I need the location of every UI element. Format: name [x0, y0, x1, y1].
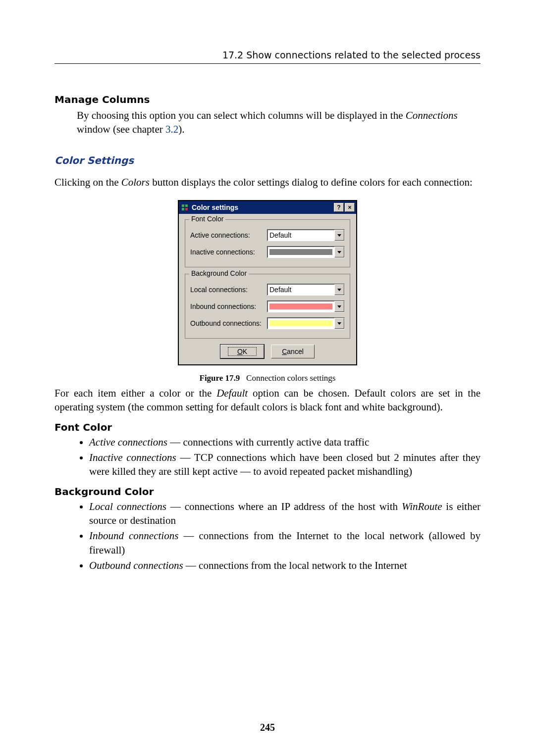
page-number: 245 [0, 722, 535, 733]
heading-manage-columns: Manage Columns [54, 94, 481, 105]
heading-font-color: Font Color [54, 421, 481, 433]
text: For each item either a color or the [54, 387, 216, 399]
running-header: 17.2 Show connections related to the sel… [54, 50, 481, 64]
combo-value [268, 318, 334, 329]
color-settings-intro: Clicking on the Colors button displays t… [54, 175, 481, 189]
ok-button[interactable]: OK [220, 345, 264, 358]
text-em: Connections [406, 109, 458, 121]
row-inbound-connections: Inbound connections: [190, 301, 345, 312]
list-item: Outbound connections — connections from … [89, 558, 481, 572]
heading-background-color: Background Color [54, 486, 481, 498]
label-inbound-connections: Inbound connections: [190, 302, 267, 310]
row-local-connections: Local connections: Default [190, 284, 345, 296]
color-settings-dialog: Color settings ? × Font Color Active con… [178, 200, 357, 365]
background-color-list: Local connections — connections where an… [79, 500, 481, 573]
text-em: Outbound connections [89, 559, 183, 571]
svg-rect-3 [185, 208, 188, 210]
combo-value [268, 301, 334, 312]
cancel-button[interactable]: Cancel [271, 345, 315, 358]
groupbox-font-color: Font Color Active connections: Default I… [185, 219, 350, 267]
figure-caption: Figure 17.9 Connection colors settings [200, 373, 336, 383]
text: button displays the color settings dialo… [150, 176, 473, 188]
text: — connections with currently active data… [167, 436, 369, 448]
text: window (see chapter [77, 123, 165, 135]
groupbox-background-color: Background Color Local connections: Defa… [185, 273, 350, 339]
titlebar[interactable]: Color settings ? × [179, 201, 356, 214]
text: — connections from the local network to … [183, 559, 407, 571]
figure-caption-text: Connection colors settings [246, 373, 335, 383]
svg-rect-2 [182, 208, 184, 210]
svg-rect-0 [182, 204, 184, 207]
row-inactive-connections: Inactive connections: [190, 246, 345, 258]
dialog-body: Font Color Active connections: Default I… [179, 214, 356, 364]
explain-paragraph: For each item either a color or the Defa… [54, 386, 481, 414]
chevron-down-icon[interactable] [334, 318, 344, 329]
label-outbound-connections: Outbound connections: [190, 319, 267, 327]
list-item: Inbound connections — connections from t… [89, 529, 481, 557]
svg-rect-1 [185, 204, 188, 207]
row-active-connections: Active connections: Default [190, 229, 345, 241]
combo-inbound-connections[interactable] [267, 301, 345, 312]
list-item: Local connections — connections where an… [89, 500, 481, 528]
text: — connections where an IP address of the… [166, 501, 402, 512]
text: By choosing this option you can select w… [77, 109, 406, 121]
combo-value: Default [268, 284, 334, 295]
font-color-list: Active connections — connections with cu… [79, 435, 481, 479]
groupbox-legend: Font Color [189, 215, 225, 223]
combo-active-connections[interactable]: Default [267, 229, 345, 241]
app-icon [181, 203, 189, 211]
mnemonic: C [282, 348, 287, 355]
heading-color-settings: Color Settings [54, 154, 481, 166]
groupbox-legend: Background Color [189, 269, 249, 277]
text-em: Colors [121, 176, 150, 188]
text: ancel [287, 348, 303, 355]
label-active-connections: Active connections: [190, 231, 267, 239]
chevron-down-icon[interactable] [334, 301, 344, 312]
help-button[interactable]: ? [334, 203, 344, 212]
chapter-link[interactable]: 3.2 [165, 123, 178, 135]
combo-value [268, 247, 334, 257]
text: K [243, 348, 247, 355]
combo-local-connections[interactable]: Default [267, 284, 345, 296]
text-em: WinRoute [402, 501, 442, 512]
page: 17.2 Show connections related to the sel… [0, 0, 535, 756]
text-em: Default [216, 387, 248, 399]
manage-columns-body: By choosing this option you can select w… [77, 108, 481, 137]
color-swatch [269, 320, 332, 326]
combo-value: Default [268, 230, 334, 241]
color-swatch [269, 249, 332, 255]
list-item: Active connections — connections with cu… [89, 435, 481, 449]
combo-outbound-connections[interactable] [267, 317, 345, 329]
label-inactive-connections: Inactive connections: [190, 248, 267, 256]
dialog-button-row: OK Cancel [185, 345, 350, 358]
figure: Color settings ? × Font Color Active con… [54, 200, 481, 383]
list-item: Inactive connections — TCP connections w… [89, 451, 481, 479]
chevron-down-icon[interactable] [334, 284, 344, 295]
text: ). [178, 123, 184, 135]
dialog-title: Color settings [192, 203, 333, 211]
row-outbound-connections: Outbound connections: [190, 317, 345, 329]
figure-number: Figure 17.9 [200, 373, 240, 383]
text: Clicking on the [54, 176, 121, 188]
close-button[interactable]: × [345, 203, 355, 212]
text-em: Inbound connections [89, 530, 178, 542]
combo-inactive-connections[interactable] [267, 246, 345, 258]
color-swatch [269, 303, 332, 309]
text-em: Inactive connections [89, 452, 176, 463]
chevron-down-icon[interactable] [334, 230, 344, 241]
chevron-down-icon[interactable] [334, 247, 344, 257]
text-em: Local connections [89, 501, 166, 512]
label-local-connections: Local connections: [190, 286, 267, 294]
mnemonic: O [237, 348, 243, 355]
text-em: Active connections [89, 436, 167, 448]
